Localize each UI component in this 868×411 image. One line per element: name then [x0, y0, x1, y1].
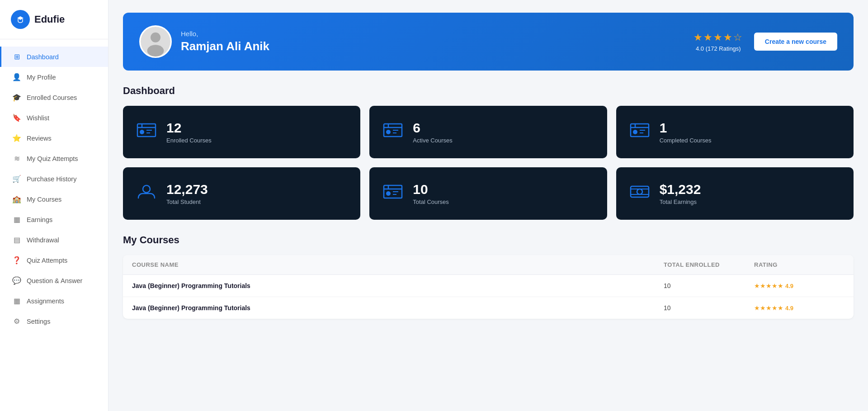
svg-point-4 [140, 130, 144, 134]
sidebar-item-withdrawal[interactable]: ▤ Withdrawal [0, 230, 108, 250]
sidebar-item-purchase-history[interactable]: 🛒 Purchase History [0, 169, 108, 189]
stat-number-total-student: 12,273 [166, 182, 208, 197]
rating-cell-2: ★★★★★ 4.9 [754, 304, 844, 312]
sidebar-label-quiz-attempts: Quiz Attempts [27, 257, 67, 264]
stat-info-enrolled: 12 Enrolled Courses [166, 120, 212, 144]
stat-label-total-courses: Total Courses [413, 198, 448, 205]
stat-info-total-student: 12,273 Total Student [166, 182, 208, 205]
reviews-icon: ⭐ [12, 134, 21, 142]
rating-cell-1: ★★★★★ 4.9 [754, 282, 844, 289]
sidebar-label-enrolled-courses: Enrolled Courses [27, 94, 77, 101]
header-rating: Rating [754, 261, 844, 268]
sidebar-item-assignments[interactable]: ▦ Assignments [0, 291, 108, 311]
sidebar-label-reviews: Reviews [27, 135, 52, 142]
sidebar-label-settings: Settings [27, 318, 50, 325]
rating-stars: ★★★★☆ [693, 32, 743, 43]
sidebar-item-reviews[interactable]: ⭐ Reviews [0, 128, 108, 148]
logo-container: Edufie [0, 0, 108, 39]
stat-card-total-earnings: $1,232 Total Earnings [616, 167, 854, 220]
sidebar-item-dashboard[interactable]: ⊞ Dashboard [0, 47, 108, 67]
svg-point-2 [151, 33, 160, 43]
svg-point-3 [147, 45, 164, 57]
sidebar-item-question-answer[interactable]: 💬 Question & Answer [0, 270, 108, 291]
my-courses-icon: 🏫 [12, 195, 21, 203]
sidebar-item-my-quiz-attempts[interactable]: ≋ My Quiz Attempts [0, 148, 108, 169]
dashboard-section: Dashboard 12 Enrolled Courses [123, 85, 854, 220]
stat-label-total-student: Total Student [166, 198, 208, 205]
stats-grid: 12 Enrolled Courses 6 [123, 106, 854, 220]
stat-label-completed: Completed Courses [660, 137, 712, 144]
rating-stars-1: ★★★★★ [754, 282, 783, 289]
rating-num-2: 4.9 [785, 305, 793, 312]
sidebar-label-my-profile: My Profile [27, 74, 56, 81]
sidebar-item-earnings[interactable]: ▦ Earnings [0, 209, 108, 230]
sidebar-label-question-answer: Question & Answer [27, 277, 82, 284]
rating-text: 4.0 (172 Ratings) [696, 45, 741, 52]
sidebar-nav: ⊞ Dashboard 👤 My Profile 🎓 Enrolled Cour… [0, 39, 108, 402]
rating-stars-2: ★★★★★ [754, 304, 783, 312]
sidebar-item-my-profile[interactable]: 👤 My Profile [0, 67, 108, 87]
stat-card-active: 6 Active Courses [369, 106, 607, 158]
stat-info-completed: 1 Completed Courses [660, 120, 712, 144]
create-course-button[interactable]: Create a new course [754, 33, 837, 51]
table-row: Java (Beginner) Programming Tutorials 10… [123, 275, 854, 297]
quiz-icon: ❓ [12, 256, 21, 265]
qa-icon: 💬 [12, 276, 21, 285]
course-name-2: Java (Beginner) Programming Tutorials [132, 304, 664, 312]
table-row: Java (Beginner) Programming Tutorials 10… [123, 297, 854, 319]
stat-number-total-earnings: $1,232 [660, 182, 701, 197]
table-header: Course Name Total Enrolled Rating [123, 255, 854, 275]
hero-right: ★★★★☆ 4.0 (172 Ratings) Create a new cou… [693, 32, 837, 52]
earnings-icon: ▦ [12, 215, 21, 224]
dashboard-icon: ⊞ [12, 52, 21, 61]
hero-username: Ramjan Ali Anik [181, 39, 269, 53]
my-courses-section: My Courses Course Name Total Enrolled Ra… [123, 234, 854, 319]
sidebar-item-my-courses[interactable]: 🏫 My Courses [0, 189, 108, 209]
wishlist-icon: 🔖 [12, 113, 21, 122]
sidebar-label-my-quiz-attempts: My Quiz Attempts [27, 155, 78, 162]
enrolled-icon: 🎓 [12, 93, 21, 102]
stat-card-completed: 1 Completed Courses [616, 106, 854, 158]
stat-label-enrolled: Enrolled Courses [166, 137, 212, 144]
hero-greeting: Hello, [181, 30, 269, 38]
logo-icon [11, 10, 30, 29]
course-name-1: Java (Beginner) Programming Tutorials [132, 282, 664, 289]
stat-icon-total-courses [382, 183, 404, 205]
sidebar-label-earnings: Earnings [27, 216, 52, 223]
brand-name: Edufie [34, 14, 65, 25]
stat-number-active: 6 [413, 120, 452, 135]
purchase-icon: 🛒 [12, 175, 21, 183]
main-content: Hello, Ramjan Ali Anik ★★★★☆ 4.0 (172 Ra… [108, 0, 868, 411]
settings-icon: ⚙ [12, 317, 21, 326]
hero-banner: Hello, Ramjan Ali Anik ★★★★☆ 4.0 (172 Ra… [123, 13, 854, 71]
enrolled-count-1: 10 [664, 282, 754, 289]
my-courses-title: My Courses [123, 234, 854, 246]
hero-text: Hello, Ramjan Ali Anik [181, 30, 269, 53]
sidebar-item-settings[interactable]: ⚙ Settings [0, 311, 108, 331]
assignments-icon: ▦ [12, 297, 21, 305]
svg-point-6 [633, 130, 637, 134]
stat-icon-enrolled [136, 121, 157, 143]
hero-rating: ★★★★☆ 4.0 (172 Ratings) [693, 32, 743, 52]
courses-table: Course Name Total Enrolled Rating Java (… [123, 255, 854, 319]
stat-icon-total-earnings [629, 183, 651, 205]
sidebar-label-dashboard: Dashboard [27, 53, 59, 61]
stat-info-active: 6 Active Courses [413, 120, 452, 144]
svg-point-5 [386, 130, 391, 134]
sidebar-item-wishlist[interactable]: 🔖 Wishlist [0, 108, 108, 128]
stat-card-total-courses: 10 Total Courses [369, 167, 607, 220]
sidebar-label-purchase-history: Purchase History [27, 175, 76, 183]
stat-number-completed: 1 [660, 120, 712, 135]
sidebar-item-quiz-attempts[interactable]: ❓ Quiz Attempts [0, 250, 108, 270]
header-course-name: Course Name [132, 261, 664, 268]
sidebar-item-enrolled-courses[interactable]: 🎓 Enrolled Courses [0, 87, 108, 108]
stat-number-total-courses: 10 [413, 182, 448, 197]
svg-rect-9 [631, 186, 649, 197]
stat-number-enrolled: 12 [166, 120, 212, 135]
stat-label-total-earnings: Total Earnings [660, 198, 701, 205]
header-total-enrolled: Total Enrolled [664, 261, 754, 268]
svg-point-8 [386, 191, 391, 196]
sidebar-label-wishlist: Wishlist [27, 114, 49, 122]
svg-point-7 [143, 185, 150, 193]
hero-left: Hello, Ramjan Ali Anik [139, 25, 269, 58]
